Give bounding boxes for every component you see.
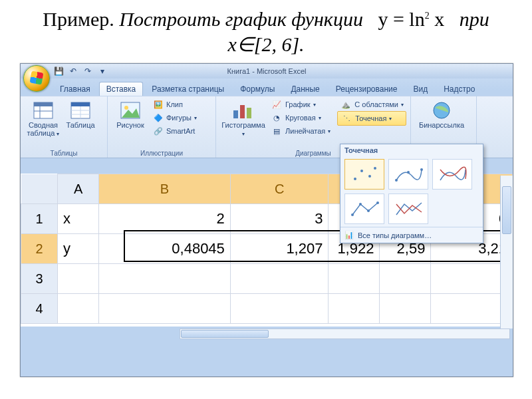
scatter-markers-only[interactable] xyxy=(344,159,384,190)
svg-rect-1 xyxy=(34,102,53,106)
svg-rect-11 xyxy=(233,110,238,118)
all-chart-types[interactable]: 📊 Все типы диаграмм… xyxy=(340,227,483,243)
tab-page-layout[interactable]: Разметка страницы xyxy=(144,82,231,96)
area-chart-button[interactable]: ⛰️С областями ▾ xyxy=(337,98,406,111)
scatter-lines[interactable] xyxy=(388,194,428,224)
vertical-scrollbar[interactable] xyxy=(500,176,513,329)
svg-point-20 xyxy=(407,171,410,174)
scatter-smooth-markers[interactable] xyxy=(388,159,428,190)
cell-A1[interactable]: x xyxy=(58,204,99,234)
formula-right: x xyxy=(430,8,445,30)
smartart-button[interactable]: 🔗SmartArt xyxy=(150,124,200,138)
title-task: Построить график функции xyxy=(119,8,363,30)
area-chart-icon: ⛰️ xyxy=(340,99,352,110)
ribbon-tabs: Главная Вставка Разметка страницы Формул… xyxy=(21,81,513,96)
h-scroll-thumb[interactable] xyxy=(181,330,269,338)
tab-addins[interactable]: Надстро xyxy=(436,82,482,96)
svg-point-25 xyxy=(376,201,379,204)
row-3[interactable]: 3 xyxy=(21,264,58,294)
all-charts-icon: 📊 xyxy=(344,231,354,239)
table-button[interactable]: Таблица xyxy=(62,98,99,137)
svg-point-18 xyxy=(374,167,376,170)
scatter-dropdown: Точечная 📊 Все типы диаграмм… xyxy=(340,144,483,243)
tab-formulas[interactable]: Формулы xyxy=(233,82,282,96)
title-prefix: Пример. xyxy=(43,8,114,30)
formula-exp: 2 xyxy=(425,11,430,21)
select-all-corner[interactable] xyxy=(21,174,58,204)
svg-point-23 xyxy=(359,203,362,205)
tab-home[interactable]: Главная xyxy=(53,82,98,96)
col-A[interactable]: A xyxy=(58,174,99,204)
line-chart-button[interactable]: 📈График ▾ xyxy=(268,98,333,111)
svg-rect-13 xyxy=(247,108,251,118)
hyperlink-button[interactable]: Бинарссылка xyxy=(415,98,468,130)
svg-point-19 xyxy=(395,179,398,182)
window-title: Книга1 - Microsoft Excel xyxy=(21,67,513,75)
picture-icon xyxy=(119,100,142,120)
tab-view[interactable]: Вид xyxy=(406,82,435,96)
office-button[interactable] xyxy=(23,65,50,92)
col-B[interactable]: B xyxy=(99,174,231,204)
title-bar: 💾 ↶ ↷ ▾ Книга1 - Microsoft Excel xyxy=(21,64,513,78)
picture-button[interactable]: Рисунок xyxy=(112,98,149,138)
slide-title: Пример. Построить график функции y = ln2… xyxy=(0,0,532,61)
scatter-chart-button[interactable]: ⋱Точечная ▾ xyxy=(337,111,406,126)
clip-icon: 🖼️ xyxy=(153,99,164,110)
cell-B2[interactable]: 0,48045 xyxy=(99,234,231,264)
svg-point-17 xyxy=(368,175,371,178)
excel-window: 💾 ↶ ↷ ▾ Книга1 - Microsoft Excel Главная… xyxy=(20,63,513,377)
tab-data[interactable]: Данные xyxy=(283,82,327,96)
scatter-dropdown-title: Точечная xyxy=(340,144,483,156)
shapes-icon: 🔷 xyxy=(153,112,164,123)
cell-A3[interactable] xyxy=(58,264,99,294)
formula-left: y = ln xyxy=(378,8,424,30)
pie-chart-icon: ◔ xyxy=(271,112,283,123)
svg-point-15 xyxy=(354,178,356,180)
svg-point-24 xyxy=(367,209,370,212)
row-1[interactable]: 1 xyxy=(21,204,58,234)
globe-icon xyxy=(430,100,453,120)
cell-C2[interactable]: 1,207 xyxy=(230,234,329,264)
v-scroll-thumb[interactable] xyxy=(502,186,511,234)
cell-C1[interactable]: 3 xyxy=(230,204,329,234)
bar-chart-icon: ▤ xyxy=(271,126,283,136)
clip-button[interactable]: 🖼️Клип xyxy=(150,98,200,111)
svg-rect-12 xyxy=(240,105,245,118)
scatter-lines-markers[interactable] xyxy=(344,194,384,224)
tab-review[interactable]: Рецензирование xyxy=(329,82,405,96)
pivot-table-button[interactable]: Сводная таблица ▾ xyxy=(25,98,62,137)
cell-A2[interactable]: y xyxy=(58,234,99,264)
svg-point-22 xyxy=(351,213,354,216)
group-tables-label: Таблицы xyxy=(21,150,107,157)
row-2[interactable]: 2 xyxy=(21,234,58,264)
svg-point-16 xyxy=(360,170,363,172)
line-chart-icon: 📈 xyxy=(271,99,283,110)
tab-insert[interactable]: Вставка xyxy=(99,82,144,96)
column-chart-button[interactable]: Гистограмма ▾ xyxy=(220,98,267,138)
column-chart-icon xyxy=(232,100,255,120)
table-icon xyxy=(69,100,92,120)
horizontal-scrollbar[interactable] xyxy=(180,329,510,339)
pie-chart-button[interactable]: ◔Круговая ▾ xyxy=(268,111,333,124)
shapes-button[interactable]: 🔷Фигуры ▾ xyxy=(150,111,200,124)
scatter-chart-icon: ⋱ xyxy=(340,113,352,124)
pivot-table-icon xyxy=(32,100,55,120)
bar-chart-button[interactable]: ▤Линейчатая ▾ xyxy=(268,124,333,138)
svg-rect-5 xyxy=(71,102,90,106)
smartart-icon: 🔗 xyxy=(153,126,164,136)
svg-point-21 xyxy=(420,168,423,171)
cell-B1[interactable]: 2 xyxy=(99,204,231,234)
scatter-smooth[interactable] xyxy=(432,159,472,190)
svg-point-10 xyxy=(124,106,128,110)
row-4[interactable]: 4 xyxy=(21,294,58,324)
col-C[interactable]: C xyxy=(230,174,329,204)
cell-A4[interactable] xyxy=(58,294,99,324)
group-illustrations-label: Иллюстрации xyxy=(108,150,215,157)
